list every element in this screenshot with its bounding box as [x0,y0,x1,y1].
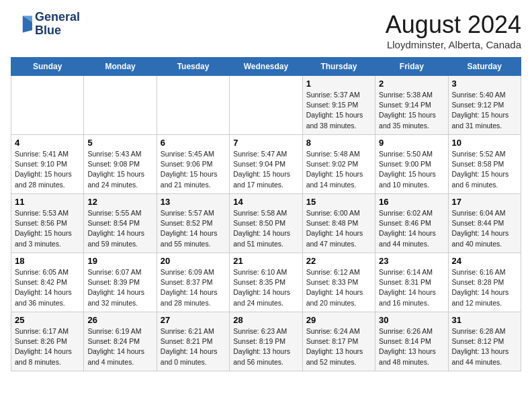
calendar-cell: 18Sunrise: 6:05 AM Sunset: 8:42 PM Dayli… [11,253,84,312]
day-info: Sunrise: 5:47 AM Sunset: 9:04 PM Dayligh… [233,149,298,190]
calendar-cell [84,76,157,135]
day-number: 4 [15,138,80,148]
calendar-cell: 14Sunrise: 5:58 AM Sunset: 8:50 PM Dayli… [230,194,302,253]
day-number: 13 [161,197,226,207]
calendar-table: SundayMondayTuesdayWednesdayThursdayFrid… [11,57,521,371]
day-number: 20 [161,256,226,266]
calendar-cell: 9Sunrise: 5:50 AM Sunset: 9:00 PM Daylig… [375,135,448,194]
day-number: 15 [306,197,371,207]
day-number: 21 [233,256,298,266]
calendar-cell: 17Sunrise: 6:04 AM Sunset: 8:44 PM Dayli… [448,194,521,253]
day-number: 7 [233,138,298,148]
calendar-cell: 26Sunrise: 6:19 AM Sunset: 8:24 PM Dayli… [84,312,157,371]
day-info: Sunrise: 6:21 AM Sunset: 8:21 PM Dayligh… [161,326,226,367]
day-number: 16 [379,197,444,207]
calendar-cell [230,76,302,135]
day-info: Sunrise: 6:04 AM Sunset: 8:44 PM Dayligh… [452,208,517,249]
day-info: Sunrise: 5:57 AM Sunset: 8:52 PM Dayligh… [161,208,226,249]
day-number: 23 [379,256,444,266]
page-header: General Blue August 2024 Lloydminster, A… [11,11,521,50]
title-block: August 2024 Lloydminster, Alberta, Canad… [386,11,521,50]
day-info: Sunrise: 6:26 AM Sunset: 8:14 PM Dayligh… [379,326,444,367]
day-info: Sunrise: 6:23 AM Sunset: 8:19 PM Dayligh… [233,326,298,367]
day-number: 29 [306,315,371,325]
calendar-cell: 24Sunrise: 6:16 AM Sunset: 8:28 PM Dayli… [448,253,521,312]
day-number: 22 [306,256,371,266]
day-info: Sunrise: 6:00 AM Sunset: 8:48 PM Dayligh… [306,208,371,249]
day-info: Sunrise: 5:43 AM Sunset: 9:08 PM Dayligh… [87,149,152,190]
weekday-header: Sunday [11,58,84,76]
month-title: August 2024 [386,11,521,39]
day-info: Sunrise: 6:10 AM Sunset: 8:35 PM Dayligh… [233,267,298,308]
day-info: Sunrise: 6:24 AM Sunset: 8:17 PM Dayligh… [306,326,371,367]
day-info: Sunrise: 6:07 AM Sunset: 8:39 PM Dayligh… [87,267,152,308]
calendar-cell: 20Sunrise: 6:09 AM Sunset: 8:37 PM Dayli… [157,253,229,312]
day-number: 11 [15,197,80,207]
day-info: Sunrise: 6:12 AM Sunset: 8:33 PM Dayligh… [306,267,371,308]
day-info: Sunrise: 5:48 AM Sunset: 9:02 PM Dayligh… [306,149,371,190]
day-info: Sunrise: 5:55 AM Sunset: 8:54 PM Dayligh… [87,208,152,249]
calendar-cell: 13Sunrise: 5:57 AM Sunset: 8:52 PM Dayli… [157,194,229,253]
calendar-cell: 22Sunrise: 6:12 AM Sunset: 8:33 PM Dayli… [302,253,375,312]
calendar-cell: 30Sunrise: 6:26 AM Sunset: 8:14 PM Dayli… [375,312,448,371]
day-number: 1 [306,79,371,89]
calendar-cell: 16Sunrise: 6:02 AM Sunset: 8:46 PM Dayli… [375,194,448,253]
calendar-cell: 21Sunrise: 6:10 AM Sunset: 8:35 PM Dayli… [230,253,302,312]
calendar-cell: 4Sunrise: 5:41 AM Sunset: 9:10 PM Daylig… [11,135,84,194]
day-number: 31 [452,315,517,325]
day-info: Sunrise: 6:14 AM Sunset: 8:31 PM Dayligh… [379,267,444,308]
day-info: Sunrise: 6:17 AM Sunset: 8:26 PM Dayligh… [15,326,80,367]
day-info: Sunrise: 5:58 AM Sunset: 8:50 PM Dayligh… [233,208,298,249]
day-info: Sunrise: 5:50 AM Sunset: 9:00 PM Dayligh… [379,149,444,190]
calendar-cell: 23Sunrise: 6:14 AM Sunset: 8:31 PM Dayli… [375,253,448,312]
day-info: Sunrise: 5:41 AM Sunset: 9:10 PM Dayligh… [15,149,80,190]
calendar-cell: 11Sunrise: 5:53 AM Sunset: 8:56 PM Dayli… [11,194,84,253]
day-info: Sunrise: 5:45 AM Sunset: 9:06 PM Dayligh… [161,149,226,190]
logo: General Blue [11,11,80,38]
calendar-cell: 7Sunrise: 5:47 AM Sunset: 9:04 PM Daylig… [230,135,302,194]
day-number: 12 [87,197,152,207]
day-number: 2 [379,79,444,89]
calendar-cell [157,76,229,135]
calendar-cell: 19Sunrise: 6:07 AM Sunset: 8:39 PM Dayli… [84,253,157,312]
day-info: Sunrise: 5:40 AM Sunset: 9:12 PM Dayligh… [452,90,517,131]
day-number: 24 [452,256,517,266]
day-number: 14 [233,197,298,207]
calendar-cell: 6Sunrise: 5:45 AM Sunset: 9:06 PM Daylig… [157,135,229,194]
day-number: 17 [452,197,517,207]
day-number: 18 [15,256,80,266]
day-info: Sunrise: 5:38 AM Sunset: 9:14 PM Dayligh… [379,90,444,131]
weekday-header: Thursday [302,58,375,76]
day-number: 6 [161,138,226,148]
calendar-cell: 25Sunrise: 6:17 AM Sunset: 8:26 PM Dayli… [11,312,84,371]
day-number: 5 [87,138,152,148]
day-info: Sunrise: 6:05 AM Sunset: 8:42 PM Dayligh… [15,267,80,308]
location: Lloydminster, Alberta, Canada [386,39,521,50]
weekday-header: Monday [84,58,157,76]
calendar-cell: 27Sunrise: 6:21 AM Sunset: 8:21 PM Dayli… [157,312,229,371]
day-info: Sunrise: 6:19 AM Sunset: 8:24 PM Dayligh… [87,326,152,367]
day-number: 8 [306,138,371,148]
day-number: 10 [452,138,517,148]
calendar-cell: 3Sunrise: 5:40 AM Sunset: 9:12 PM Daylig… [448,76,521,135]
day-info: Sunrise: 6:28 AM Sunset: 8:12 PM Dayligh… [452,326,517,367]
calendar-cell: 28Sunrise: 6:23 AM Sunset: 8:19 PM Dayli… [230,312,302,371]
weekday-header: Saturday [448,58,521,76]
day-number: 25 [15,315,80,325]
day-number: 19 [87,256,152,266]
day-number: 28 [233,315,298,325]
day-info: Sunrise: 5:52 AM Sunset: 8:58 PM Dayligh… [452,149,517,190]
calendar-cell [11,76,84,135]
day-info: Sunrise: 6:16 AM Sunset: 8:28 PM Dayligh… [452,267,517,308]
day-info: Sunrise: 6:09 AM Sunset: 8:37 PM Dayligh… [161,267,226,308]
calendar-cell: 1Sunrise: 5:37 AM Sunset: 9:15 PM Daylig… [302,76,375,135]
calendar-cell: 15Sunrise: 6:00 AM Sunset: 8:48 PM Dayli… [302,194,375,253]
calendar-cell: 5Sunrise: 5:43 AM Sunset: 9:08 PM Daylig… [84,135,157,194]
day-info: Sunrise: 5:37 AM Sunset: 9:15 PM Dayligh… [306,90,371,131]
day-number: 3 [452,79,517,89]
calendar-cell: 10Sunrise: 5:52 AM Sunset: 8:58 PM Dayli… [448,135,521,194]
logo-text: General Blue [35,11,80,38]
calendar-cell: 12Sunrise: 5:55 AM Sunset: 8:54 PM Dayli… [84,194,157,253]
day-number: 9 [379,138,444,148]
calendar-cell: 8Sunrise: 5:48 AM Sunset: 9:02 PM Daylig… [302,135,375,194]
